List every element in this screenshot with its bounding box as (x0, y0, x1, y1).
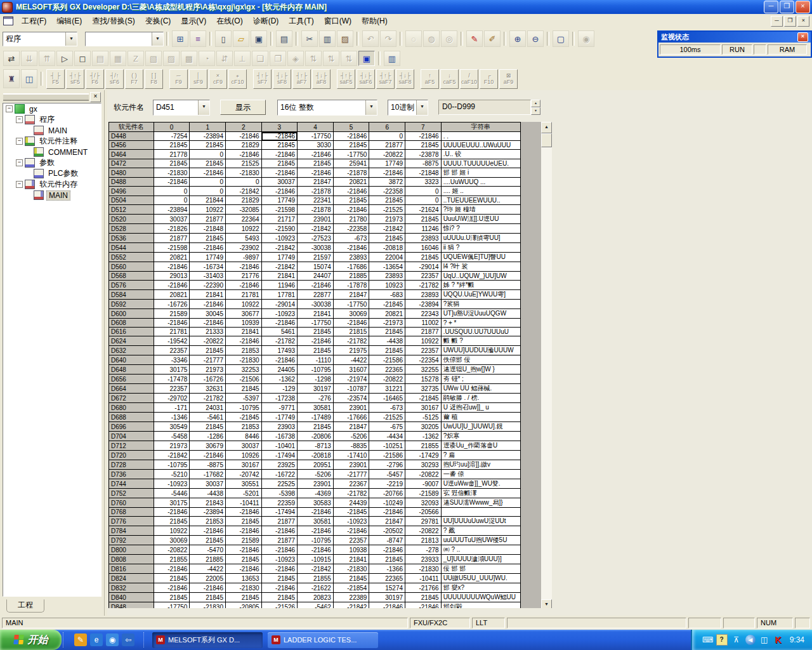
value-cell[interactable]: 21847 (333, 422, 369, 432)
value-cell[interactable]: -16465 (369, 394, 405, 403)
value-cell[interactable]: -5206 (333, 432, 369, 441)
value-cell[interactable]: -21525 (369, 205, 405, 215)
value-cell[interactable]: 29781 (405, 517, 442, 526)
value-cell[interactable]: 30197 (298, 384, 334, 394)
new-file-button[interactable]: ▯ (215, 30, 232, 47)
value-cell[interactable]: 21877 (261, 517, 298, 526)
value-cell[interactable]: -29702 (154, 394, 190, 403)
value-cell[interactable]: 15274 (369, 583, 405, 593)
child-window-icon[interactable] (3, 17, 13, 25)
device-cell[interactable]: D528 (109, 224, 154, 234)
value-cell[interactable]: 21844 (190, 196, 226, 205)
value-cell[interactable]: -675 (369, 422, 405, 432)
device-cell[interactable]: D576 (109, 281, 154, 290)
value-cell[interactable]: 22367 (333, 479, 369, 489)
string-cell[interactable]: 鹃敏滕 . / 榜. (441, 394, 520, 403)
value-cell[interactable]: -21842 (298, 564, 334, 574)
value-cell[interactable]: 30293 (405, 460, 442, 470)
string-cell[interactable]: . . (441, 132, 520, 141)
device-cell[interactable]: D584 (109, 290, 154, 300)
value-cell[interactable]: 24031 (190, 403, 226, 413)
value-cell[interactable]: -21846 (261, 583, 298, 593)
help-tray-icon[interactable]: ? (716, 634, 728, 646)
value-cell[interactable]: 21843 (190, 498, 226, 508)
table-vertical-scrollbar[interactable]: ▲ ▼ (541, 122, 552, 608)
split-window-button[interactable]: ▢ (553, 30, 569, 47)
value-cell[interactable]: -21586 (369, 451, 405, 460)
reduce-button[interactable]: ⊖ (527, 30, 544, 47)
value-cell[interactable]: -1110 (298, 355, 334, 365)
value-cell[interactable]: -21846 (154, 262, 190, 272)
value-cell[interactable]: -5461 (190, 413, 226, 422)
device-cell[interactable]: D560 (109, 262, 154, 272)
value-cell[interactable]: -21506 (225, 375, 261, 384)
value-cell[interactable]: -21622 (298, 583, 334, 593)
tree-item-参数[interactable]: −参数 (3, 157, 101, 168)
value-cell[interactable]: 31221 (369, 384, 405, 394)
child-restore-button[interactable]: ❐ (784, 16, 796, 27)
value-cell[interactable]: -21842 (261, 262, 298, 272)
string-cell[interactable]: ii 狷 ? (441, 243, 520, 253)
value-cell[interactable]: 15278 (405, 375, 442, 384)
device-cell[interactable]: D464 (109, 150, 154, 159)
value-cell[interactable]: 10923 (369, 281, 405, 290)
value-cell[interactable]: 0 (190, 178, 226, 187)
device-cell[interactable]: D824 (109, 574, 154, 583)
launch-editor-icon[interactable]: ✎ (74, 633, 87, 646)
value-cell[interactable]: -20822 (405, 470, 442, 479)
value-cell[interactable]: 23901 (298, 479, 334, 489)
value-cell[interactable]: -21846 (225, 545, 261, 555)
collapse-icon[interactable]: − (16, 138, 23, 145)
value-cell[interactable]: 21885 (190, 555, 226, 564)
value-cell[interactable]: -21830 (190, 602, 226, 609)
string-cell[interactable]: _U]UUUU濊澒UUU}] (441, 555, 520, 564)
value-cell[interactable]: -21846 (405, 602, 442, 609)
value-cell[interactable]: -17494 (261, 451, 298, 460)
value-cell[interactable]: -10411 (405, 574, 442, 583)
value-cell[interactable]: -17750 (154, 602, 190, 609)
value-cell[interactable]: -22390 (190, 281, 226, 290)
value-cell[interactable]: 21845 (190, 536, 226, 545)
device-cell[interactable]: D600 (109, 309, 154, 319)
value-cell[interactable]: 21975 (333, 346, 369, 355)
value-cell[interactable]: 21885 (333, 272, 369, 281)
value-cell[interactable]: 21841 (261, 272, 298, 281)
value-cell[interactable]: -3346 (154, 355, 190, 365)
value-cell[interactable]: -21846 (190, 583, 226, 593)
value-cell[interactable]: -21846 (225, 262, 261, 272)
value-cell[interactable]: 21845 (190, 141, 226, 150)
device-cell[interactable]: D480 (109, 168, 154, 178)
value-cell[interactable]: 21845 (369, 555, 405, 564)
device-cell[interactable]: D592 (109, 300, 154, 309)
value-cell[interactable]: 0 (190, 187, 226, 196)
value-cell[interactable]: 21525 (225, 159, 261, 168)
value-cell[interactable]: 32253 (225, 365, 261, 375)
value-cell[interactable]: -21842 (261, 243, 298, 253)
value-cell[interactable]: 32735 (405, 384, 442, 394)
value-cell[interactable]: -17749 (261, 413, 298, 422)
value-cell[interactable]: -278 (405, 545, 442, 555)
string-cell[interactable]: UQUEW偑E]TU]瞥UU (441, 253, 520, 262)
value-cell[interactable]: -21590 (261, 224, 298, 234)
device-cell[interactable]: D640 (109, 355, 154, 365)
string-cell[interactable]: 惊i? ? (441, 224, 520, 234)
value-cell[interactable]: -10923 (261, 555, 298, 564)
value-cell[interactable]: -21766 (405, 583, 442, 593)
value-cell[interactable]: -10795 (298, 365, 334, 375)
value-cell[interactable]: -17750 (298, 319, 334, 328)
value-cell[interactable]: 22357 (405, 346, 442, 355)
value-cell[interactable]: 0 (405, 196, 442, 205)
value-cell[interactable]: 21845 (190, 593, 226, 602)
value-cell[interactable]: -8875 (190, 460, 226, 470)
value-cell[interactable]: 20821 (333, 178, 369, 187)
value-cell[interactable]: 21973 (369, 215, 405, 224)
network-tray-icon[interactable]: ◫ (759, 635, 769, 645)
value-cell[interactable]: 30581 (298, 403, 334, 413)
value-cell[interactable]: 17749 (369, 159, 405, 168)
value-cell[interactable]: -16722 (261, 470, 298, 479)
value-cell[interactable]: 21333 (190, 328, 226, 336)
enlarge-button[interactable]: ⊕ (509, 30, 526, 47)
language-bar-icon[interactable]: ◀ (745, 635, 756, 645)
data-display-button[interactable]: ◫ (21, 69, 37, 88)
value-cell[interactable]: 17749 (190, 253, 226, 262)
